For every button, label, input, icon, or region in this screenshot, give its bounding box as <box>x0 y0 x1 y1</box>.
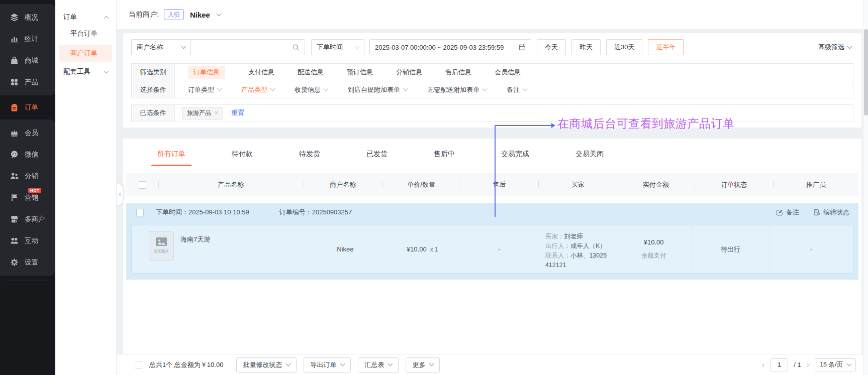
header-checkbox-cell <box>126 173 158 196</box>
submenu-group-order[interactable]: 订单 <box>55 10 116 24</box>
condition-product-type[interactable]: 产品类型 <box>241 85 274 94</box>
stats-icon <box>10 35 19 43</box>
condition-nodelivery-form[interactable]: 无需配送附加表单 <box>427 85 487 94</box>
close-icon[interactable]: × <box>215 109 218 116</box>
prev-page-icon[interactable]: ‹ <box>762 361 764 369</box>
time-field-select[interactable]: 下单时间 <box>311 39 364 55</box>
submenu-item-merchant-orders[interactable]: 商户订单 <box>59 45 112 62</box>
tab-all-orders[interactable]: 所有订单 <box>150 148 192 166</box>
summary-table-button[interactable]: 汇总表 <box>358 357 399 372</box>
chevron-down-icon <box>270 86 275 91</box>
chevron-down-icon[interactable] <box>216 11 221 16</box>
orders-card: 所有订单 待付款 待发货 已发货 售后中 交易完成 交易关闭 产品名称 商户名称… <box>123 139 861 354</box>
chevron-down-icon <box>286 361 291 366</box>
annotation-horizontal-line <box>495 125 551 126</box>
submenu-tools-label: 配套工具 <box>63 67 90 76</box>
header-aftersale: 售后 <box>460 173 538 196</box>
merchant-cell: Nikee <box>306 225 384 273</box>
paid-amount-cell: ¥10.00余额支付 <box>616 225 692 273</box>
vertical-scrollbar[interactable] <box>863 0 868 375</box>
chevron-down-icon <box>403 86 408 91</box>
quick-halfyear-button[interactable]: 近半年 <box>648 39 684 55</box>
promoter-cell: - <box>769 225 852 273</box>
quick-30days-button[interactable]: 近30天 <box>606 39 642 55</box>
grid-icon <box>10 78 19 86</box>
sidebar-item-overview[interactable]: 概况 <box>0 7 55 28</box>
footer-select-all-checkbox[interactable] <box>135 361 142 368</box>
search-icon[interactable] <box>292 44 300 51</box>
category-member-info[interactable]: 会员信息 <box>495 68 521 77</box>
next-page-icon[interactable]: › <box>807 361 809 369</box>
tab-closed[interactable]: 交易关闭 <box>568 148 611 166</box>
tab-aftersale[interactable]: 售后中 <box>427 148 462 166</box>
shopping-bag-icon <box>10 56 19 65</box>
edit-status-icon <box>813 209 820 216</box>
quick-today-button[interactable]: 今天 <box>537 39 566 55</box>
condition-receive-info[interactable]: 收货信息 <box>295 85 328 94</box>
sidebar-group-bottom: 会员 微信 分销 营销HOT 多商户 互动 设置 <box>0 119 55 276</box>
tab-pending-shipment[interactable]: 待发货 <box>292 148 327 166</box>
sidebar-item-interaction[interactable]: 互动 <box>0 230 55 252</box>
chevron-down-icon <box>388 361 393 366</box>
condition-order-type[interactable]: 订单类型 <box>188 85 221 94</box>
sidebar-item-multimerchant[interactable]: 多商户 <box>0 208 55 230</box>
tab-pending-payment[interactable]: 待付款 <box>225 148 260 166</box>
category-distribution-info[interactable]: 分销信息 <box>396 68 422 77</box>
date-range-picker[interactable]: 2025-03-07 00:00:00 ~ 2025-09-03 23:59:5… <box>369 39 531 55</box>
sidebar-item-product[interactable]: 产品 <box>0 71 55 93</box>
select-all-checkbox[interactable] <box>139 181 146 189</box>
batch-edit-status-button[interactable]: 批量修改状态 <box>236 357 297 372</box>
page-number-input[interactable] <box>770 358 788 371</box>
sidebar-item-label: 互动 <box>25 236 38 245</box>
submenu-group-tools[interactable]: 配套工具 <box>55 65 116 79</box>
category-delivery-info[interactable]: 配送信息 <box>298 68 324 77</box>
category-payment-info[interactable]: 支付信息 <box>248 68 274 77</box>
tab-shipped[interactable]: 已发货 <box>359 148 395 166</box>
advanced-filter-toggle[interactable]: 高级筛选 <box>818 43 853 52</box>
chevron-down-icon <box>523 86 528 91</box>
row-checkbox[interactable] <box>136 209 144 216</box>
sidebar-item-marketing[interactable]: 营销HOT <box>0 187 55 208</box>
order-summary: 总共1个 总金额为￥10.00 <box>149 360 223 369</box>
header-promoter: 推广员 <box>774 173 858 196</box>
search-field-select[interactable]: 商户名称 <box>132 40 191 55</box>
page-size-select[interactable]: 15 条/页 <box>815 358 856 371</box>
filter-condition-label: 选择条件 <box>132 81 175 98</box>
remark-action[interactable]: 备注 <box>776 208 799 217</box>
hot-badge: HOT <box>28 188 41 193</box>
export-orders-button[interactable]: 导出订单 <box>304 357 351 372</box>
more-button[interactable]: 更多 <box>406 357 440 372</box>
submenu-item-platform-orders[interactable]: 平台订单 <box>55 24 116 43</box>
tab-completed[interactable]: 交易完成 <box>494 148 536 166</box>
category-booking-info[interactable]: 预订信息 <box>347 68 373 77</box>
search-group: 商户名称 <box>131 39 305 55</box>
product-name[interactable]: 海南7天游 <box>180 231 210 244</box>
category-aftersale-info[interactable]: 售后信息 <box>445 68 471 77</box>
advanced-filter-label: 高级筛选 <box>818 43 844 52</box>
chevron-up-icon <box>104 16 109 21</box>
category-order-info[interactable]: 订单信息 <box>188 66 225 79</box>
sidebar-item-statistics[interactable]: 统计 <box>0 28 55 50</box>
product-image-placeholder[interactable]: 暂无图片 <box>149 231 174 261</box>
edit-icon <box>776 209 783 216</box>
sidebar-item-settings[interactable]: 设置 <box>0 252 55 273</box>
header-order-status: 订单状态 <box>695 173 774 196</box>
condition-remark[interactable]: 备注 <box>507 85 527 94</box>
condition-pickup-form[interactable]: 到店自提附加表单 <box>348 85 407 94</box>
store-icon <box>10 215 19 223</box>
edit-status-action[interactable]: 编辑状态 <box>813 208 849 217</box>
search-input[interactable] <box>196 44 292 51</box>
sidebar-item-wechat[interactable]: 微信 <box>0 144 55 165</box>
merchant-name: Nikee <box>190 11 210 19</box>
sidebar-item-distribution[interactable]: 分销 <box>0 165 55 187</box>
quick-yesterday-button[interactable]: 昨天 <box>571 39 601 55</box>
sidebar-item-mall[interactable]: 商城 <box>0 50 55 71</box>
sidebar-item-member[interactable]: 会员 <box>0 122 55 144</box>
app-window: 概况 统计 商城 产品 订单 会员 微信 分销 营销HOT 多商户 互动 设置 … <box>0 0 868 375</box>
scrollbar-thumb[interactable] <box>864 29 868 115</box>
sidebar-collapse-handle[interactable]: ‹ <box>117 183 124 206</box>
sidebar-item-label: 营销 <box>25 193 38 202</box>
sidebar-item-order[interactable]: 订单 <box>0 95 55 119</box>
reset-link[interactable]: 重置 <box>231 108 244 117</box>
selected-conditions-label: 已选条件 <box>132 105 175 121</box>
